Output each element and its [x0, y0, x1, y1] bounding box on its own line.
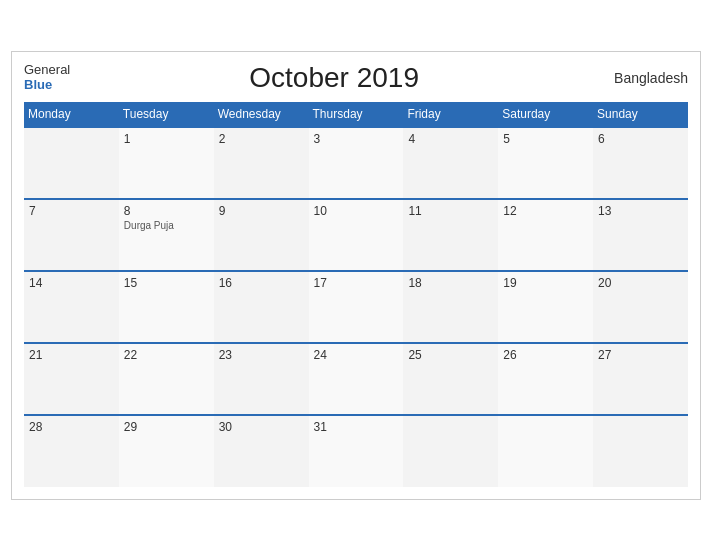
- calendar-week-row: 28293031: [24, 415, 688, 487]
- calendar-day-cell: [498, 415, 593, 487]
- calendar-day-cell: 29: [119, 415, 214, 487]
- calendar-day-cell: 22: [119, 343, 214, 415]
- day-number: 30: [219, 420, 304, 434]
- calendar-header-row: Monday Tuesday Wednesday Thursday Friday…: [24, 102, 688, 127]
- day-number: 17: [314, 276, 399, 290]
- calendar-container: General Blue October 2019 Bangladesh Mon…: [11, 51, 701, 500]
- calendar-week-row: 21222324252627: [24, 343, 688, 415]
- day-number: 4: [408, 132, 493, 146]
- calendar-day-cell: [24, 127, 119, 199]
- weekday-header-row: Monday Tuesday Wednesday Thursday Friday…: [24, 102, 688, 127]
- calendar-day-cell: 24: [309, 343, 404, 415]
- logo: General Blue: [24, 63, 70, 92]
- calendar-day-cell: 25: [403, 343, 498, 415]
- calendar-day-cell: 17: [309, 271, 404, 343]
- calendar-day-cell: 4: [403, 127, 498, 199]
- calendar-day-cell: 13: [593, 199, 688, 271]
- calendar-day-cell: 23: [214, 343, 309, 415]
- header-saturday: Saturday: [498, 102, 593, 127]
- calendar-day-cell: [593, 415, 688, 487]
- calendar-day-cell: 14: [24, 271, 119, 343]
- calendar-day-cell: 5: [498, 127, 593, 199]
- logo-blue-text: Blue: [24, 78, 70, 92]
- day-number: 25: [408, 348, 493, 362]
- day-number: 8: [124, 204, 209, 218]
- calendar-day-cell: 7: [24, 199, 119, 271]
- calendar-header: General Blue October 2019 Bangladesh: [24, 62, 688, 94]
- calendar-day-cell: 8Durga Puja: [119, 199, 214, 271]
- day-number: 18: [408, 276, 493, 290]
- calendar-day-cell: 31: [309, 415, 404, 487]
- day-number: 2: [219, 132, 304, 146]
- header-tuesday: Tuesday: [119, 102, 214, 127]
- calendar-week-row: 14151617181920: [24, 271, 688, 343]
- day-number: 3: [314, 132, 399, 146]
- calendar-day-cell: 26: [498, 343, 593, 415]
- calendar-day-cell: 10: [309, 199, 404, 271]
- day-number: 16: [219, 276, 304, 290]
- calendar-week-row: 123456: [24, 127, 688, 199]
- header-wednesday: Wednesday: [214, 102, 309, 127]
- calendar-day-cell: 18: [403, 271, 498, 343]
- day-number: 7: [29, 204, 114, 218]
- day-number: 29: [124, 420, 209, 434]
- day-number: 14: [29, 276, 114, 290]
- day-number: 27: [598, 348, 683, 362]
- day-number: 24: [314, 348, 399, 362]
- day-number: 31: [314, 420, 399, 434]
- day-number: 21: [29, 348, 114, 362]
- calendar-week-row: 78Durga Puja910111213: [24, 199, 688, 271]
- calendar-day-cell: 28: [24, 415, 119, 487]
- calendar-day-cell: [403, 415, 498, 487]
- day-number: 20: [598, 276, 683, 290]
- holiday-label: Durga Puja: [124, 220, 209, 231]
- day-number: 12: [503, 204, 588, 218]
- calendar-day-cell: 15: [119, 271, 214, 343]
- day-number: 6: [598, 132, 683, 146]
- header-friday: Friday: [403, 102, 498, 127]
- calendar-day-cell: 21: [24, 343, 119, 415]
- calendar-day-cell: 6: [593, 127, 688, 199]
- calendar-day-cell: 16: [214, 271, 309, 343]
- calendar-day-cell: 19: [498, 271, 593, 343]
- day-number: 5: [503, 132, 588, 146]
- day-number: 22: [124, 348, 209, 362]
- day-number: 28: [29, 420, 114, 434]
- header-sunday: Sunday: [593, 102, 688, 127]
- day-number: 9: [219, 204, 304, 218]
- day-number: 26: [503, 348, 588, 362]
- calendar-day-cell: 3: [309, 127, 404, 199]
- calendar-day-cell: 2: [214, 127, 309, 199]
- day-number: 23: [219, 348, 304, 362]
- day-number: 11: [408, 204, 493, 218]
- calendar-day-cell: 30: [214, 415, 309, 487]
- day-number: 19: [503, 276, 588, 290]
- calendar-day-cell: 11: [403, 199, 498, 271]
- day-number: 1: [124, 132, 209, 146]
- calendar-day-cell: 20: [593, 271, 688, 343]
- header-monday: Monday: [24, 102, 119, 127]
- calendar-day-cell: 27: [593, 343, 688, 415]
- calendar-table: Monday Tuesday Wednesday Thursday Friday…: [24, 102, 688, 487]
- day-number: 10: [314, 204, 399, 218]
- header-thursday: Thursday: [309, 102, 404, 127]
- calendar-day-cell: 12: [498, 199, 593, 271]
- calendar-title: October 2019: [70, 62, 598, 94]
- calendar-body: 12345678Durga Puja9101112131415161718192…: [24, 127, 688, 487]
- calendar-day-cell: 1: [119, 127, 214, 199]
- calendar-day-cell: 9: [214, 199, 309, 271]
- country-label: Bangladesh: [598, 70, 688, 86]
- day-number: 13: [598, 204, 683, 218]
- logo-general-text: General: [24, 63, 70, 77]
- day-number: 15: [124, 276, 209, 290]
